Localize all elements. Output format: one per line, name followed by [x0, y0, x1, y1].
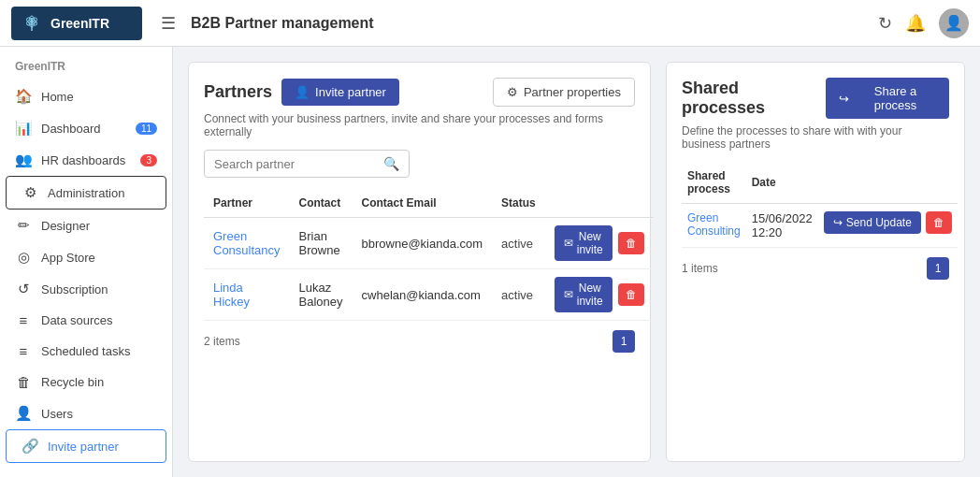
- layout: GreenITR 🏠 Home 📊 Dashboard 11 👥 HR dash…: [0, 47, 980, 477]
- partner-status: active: [492, 269, 545, 321]
- col-partner: Partner: [204, 189, 290, 218]
- shared-table: Shared process Date Green Consulting 15/…: [682, 162, 958, 248]
- table-row: Green Consultancy Brian Browne bbrowne@k…: [204, 218, 654, 269]
- partners-title: Partners: [204, 82, 272, 102]
- table-row: Linda Hickey Lukaz Baloney cwhelan@kiand…: [204, 269, 654, 321]
- sidebar-item-subscription-label: Subscription: [41, 282, 108, 296]
- datasources-icon: ≡: [15, 312, 32, 328]
- sidebar-item-scheduled-tasks[interactable]: ≡ Scheduled tasks: [0, 336, 172, 367]
- topbar-actions: ↻ 🔔 👤: [878, 8, 969, 38]
- users-icon: 👤: [15, 405, 32, 422]
- subscription-icon: ↺: [15, 281, 32, 297]
- partner-email: bbrowne@kianda.com: [353, 218, 493, 269]
- invite-partner-button[interactable]: 👤 Invite partner: [281, 79, 399, 106]
- send-update-button[interactable]: ↪ Send Update: [824, 211, 921, 234]
- main-content: Partners 👤 Invite partner ⚙ Partner prop…: [173, 47, 980, 477]
- send-update-label: Send Update: [846, 216, 912, 229]
- svg-point-5: [30, 20, 34, 23]
- topbar: GreenITR ☰ B2B Partner management ↻ 🔔 👤: [0, 0, 980, 47]
- dashboard-badge: 11: [136, 123, 157, 135]
- partners-page[interactable]: 1: [612, 330, 635, 353]
- dashboard-icon: 📊: [15, 120, 32, 137]
- shared-count: 1 items: [682, 262, 718, 275]
- col-shared-process: Shared process: [682, 162, 746, 204]
- appstore-icon: ◎: [15, 249, 32, 266]
- sidebar-org: GreenITR: [0, 56, 172, 80]
- shared-table-row: Green Consulting 15/06/2022 12:20 ↪ Send…: [682, 204, 958, 248]
- shared-footer: 1 items 1: [682, 257, 949, 280]
- delete-shared-button[interactable]: 🗑: [926, 211, 952, 234]
- sidebar-item-hr-label: HR dashboards: [41, 153, 125, 167]
- shared-panel: Shared processes ↪ Share a process Defin…: [666, 62, 965, 462]
- partner-properties-label: Partner properties: [524, 85, 621, 99]
- new-invite-button[interactable]: ✉ New invite: [555, 225, 612, 261]
- envelope-icon: ✉: [564, 288, 573, 301]
- share-process-button[interactable]: ↪ Share a process: [826, 78, 949, 119]
- col-shared-date: Date: [746, 162, 818, 204]
- sidebar-item-recyclebin-label: Recycle bin: [41, 375, 104, 389]
- sidebar-item-datasources-label: Data sources: [41, 313, 113, 327]
- sidebar-item-admin-label: Administration: [48, 186, 124, 200]
- shared-title: Shared processes: [682, 79, 816, 118]
- sidebar-item-recycle-bin[interactable]: 🗑 Recycle bin: [0, 367, 172, 398]
- bell-icon[interactable]: 🔔: [905, 13, 926, 34]
- sidebar-item-administration[interactable]: ⚙ Administration: [6, 176, 166, 210]
- invite-icon: 🔗: [22, 438, 38, 455]
- partner-email: cwhelan@kianda.com: [353, 269, 493, 321]
- partner-status: active: [492, 218, 545, 269]
- search-input[interactable]: [214, 157, 383, 171]
- partner-row-actions: ✉ New invite 🗑: [545, 218, 654, 269]
- partners-count: 2 items: [204, 335, 240, 348]
- delete-partner-button[interactable]: 🗑: [618, 232, 644, 254]
- hamburger-icon[interactable]: ☰: [161, 13, 176, 34]
- hr-badge: 3: [140, 154, 157, 166]
- scheduled-icon: ≡: [15, 343, 32, 359]
- admin-icon: ⚙: [22, 184, 38, 201]
- send-icon: ↪: [833, 216, 843, 229]
- shared-page[interactable]: 1: [927, 257, 949, 280]
- shared-process-name[interactable]: Green Consulting: [682, 204, 746, 248]
- logo-icon: [19, 10, 45, 36]
- envelope-icon: ✉: [564, 237, 573, 250]
- partner-contact: Lukaz Baloney: [290, 269, 353, 321]
- partner-name[interactable]: Linda Hickey: [204, 269, 290, 321]
- col-status: Status: [492, 189, 545, 218]
- shared-row-actions: ↪ Send Update 🗑: [818, 204, 958, 248]
- partners-footer: 2 items 1: [204, 330, 635, 353]
- designer-icon: ✏: [15, 217, 32, 234]
- search-icon: 🔍: [383, 156, 399, 171]
- shared-process-date: 15/06/2022 12:20: [746, 204, 818, 248]
- shared-description: Define the processes to share with with …: [682, 124, 949, 151]
- col-shared-actions: [818, 162, 958, 204]
- partner-properties-button[interactable]: ⚙ Partner properties: [493, 78, 635, 107]
- partner-row-actions: ✉ New invite 🗑: [545, 269, 654, 321]
- sidebar-item-subscription[interactable]: ↺ Subscription: [0, 273, 172, 305]
- page-title: B2B Partner management: [191, 15, 878, 32]
- partner-name[interactable]: Green Consultancy: [204, 218, 290, 269]
- sidebar-item-data-sources[interactable]: ≡ Data sources: [0, 305, 172, 336]
- sidebar-item-hr-dashboards[interactable]: 👥 HR dashboards 3: [0, 144, 172, 176]
- col-email: Contact Email: [353, 189, 493, 218]
- logo-text: GreenITR: [50, 16, 109, 31]
- sidebar-item-dashboard[interactable]: 📊 Dashboard 11: [0, 112, 172, 144]
- new-invite-label: New invite: [577, 230, 603, 256]
- logo[interactable]: GreenITR: [11, 7, 142, 40]
- col-actions: [545, 189, 654, 218]
- avatar[interactable]: 👤: [939, 8, 969, 38]
- new-invite-button[interactable]: ✉ New invite: [555, 277, 612, 312]
- sidebar-item-app-store[interactable]: ◎ App Store: [0, 241, 172, 273]
- delete-partner-button[interactable]: 🗑: [618, 283, 644, 306]
- settings-icon: ⚙: [507, 85, 518, 99]
- sidebar-item-home[interactable]: 🏠 Home: [0, 80, 172, 112]
- partners-header: Partners 👤 Invite partner ⚙ Partner prop…: [204, 78, 635, 107]
- sidebar: GreenITR 🏠 Home 📊 Dashboard 11 👥 HR dash…: [0, 47, 173, 477]
- invite-partner-btn-label: Invite partner: [315, 85, 386, 99]
- share-icon: ↪: [839, 92, 849, 106]
- sidebar-item-designer[interactable]: ✏ Designer: [0, 210, 172, 241]
- sidebar-item-invite-partner[interactable]: 🔗 Invite partner: [6, 429, 166, 463]
- sidebar-item-users[interactable]: 👤 Users: [0, 398, 172, 429]
- refresh-icon[interactable]: ↻: [878, 13, 892, 34]
- home-icon: 🏠: [15, 88, 32, 105]
- sidebar-item-users-label: Users: [41, 407, 73, 421]
- partners-description: Connect with your business partners, inv…: [204, 112, 635, 138]
